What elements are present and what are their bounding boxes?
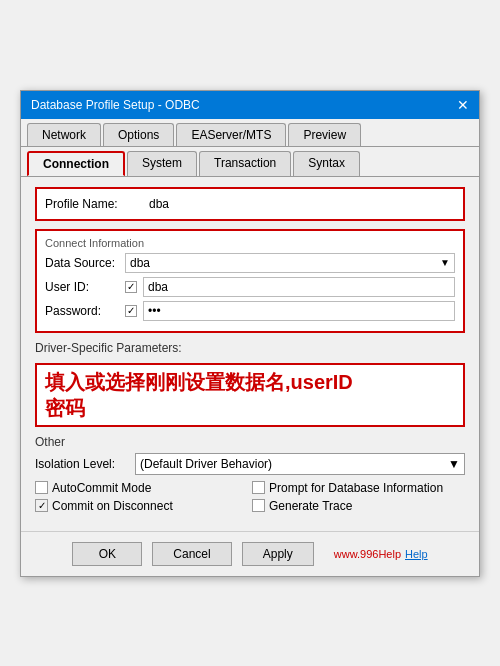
isolation-value: (Default Driver Behavior): [140, 457, 272, 471]
password-label: Password:: [45, 304, 125, 318]
content-area: Profile Name: Connect Information Data S…: [21, 177, 479, 531]
autocommit-label: AutoCommit Mode: [52, 481, 151, 495]
tab-easerver[interactable]: EAServer/MTS: [176, 123, 286, 146]
tab-preview[interactable]: Preview: [288, 123, 361, 146]
isolation-label: Isolation Level:: [35, 457, 135, 471]
connect-info-title: Connect Information: [45, 237, 455, 249]
checkboxes-grid: AutoCommit Mode Prompt for Database Info…: [35, 481, 465, 513]
isolation-arrow-icon: ▼: [448, 457, 460, 471]
tab-network[interactable]: Network: [27, 123, 101, 146]
tab-syntax[interactable]: Syntax: [293, 151, 360, 176]
prompt-db-label: Prompt for Database Information: [269, 481, 443, 495]
data-source-row: Data Source: dba ▼: [45, 253, 455, 273]
tabs-row1: Network Options EAServer/MTS Preview: [21, 119, 479, 147]
prompt-db-item: Prompt for Database Information: [252, 481, 465, 495]
tab-connection[interactable]: Connection: [27, 151, 125, 176]
cancel-button[interactable]: Cancel: [152, 542, 231, 566]
data-source-value: dba: [130, 256, 150, 270]
ok-button[interactable]: OK: [72, 542, 142, 566]
window-title: Database Profile Setup - ODBC: [31, 98, 200, 112]
close-button[interactable]: ✕: [457, 97, 469, 113]
footer-note: www.996Help Help: [334, 542, 428, 566]
footer-note-text: www.996Help: [334, 548, 401, 560]
tabs-row2: Connection System Transaction Syntax: [21, 147, 479, 177]
commit-disconnect-checkbox[interactable]: ✓: [35, 499, 48, 512]
password-checkbox[interactable]: ✓: [125, 305, 137, 317]
commit-disconnect-label: Commit on Disconnect: [52, 499, 173, 513]
password-input[interactable]: [143, 301, 455, 321]
generate-trace-item: Generate Trace: [252, 499, 465, 513]
footer: OK Cancel Apply www.996Help Help: [21, 531, 479, 576]
connect-info-section: Connect Information Data Source: dba ▼ U…: [35, 229, 465, 333]
annotation-box: 填入或选择刚刚设置数据名,userID密码: [35, 363, 465, 427]
user-id-checkbox[interactable]: ✓: [125, 281, 137, 293]
autocommit-checkbox[interactable]: [35, 481, 48, 494]
driver-title: Driver-Specific Parameters:: [35, 341, 465, 355]
tab-transaction[interactable]: Transaction: [199, 151, 291, 176]
annotation-text: 填入或选择刚刚设置数据名,userID密码: [45, 369, 455, 421]
other-title: Other: [35, 435, 465, 449]
data-source-arrow-icon: ▼: [440, 257, 450, 268]
user-id-row: User ID: ✓: [45, 277, 455, 297]
tab-options[interactable]: Options: [103, 123, 174, 146]
tab-system[interactable]: System: [127, 151, 197, 176]
main-window: Database Profile Setup - ODBC ✕ Network …: [20, 90, 480, 577]
data-source-dropdown[interactable]: dba ▼: [125, 253, 455, 273]
other-section: Other Isolation Level: (Default Driver B…: [35, 435, 465, 513]
user-id-input[interactable]: [143, 277, 455, 297]
prompt-db-checkbox[interactable]: [252, 481, 265, 494]
driver-section: Driver-Specific Parameters:: [35, 341, 465, 355]
profile-name-input[interactable]: [145, 193, 455, 215]
commit-disconnect-item: ✓ Commit on Disconnect: [35, 499, 248, 513]
title-bar: Database Profile Setup - ODBC ✕: [21, 91, 479, 119]
isolation-row: Isolation Level: (Default Driver Behavio…: [35, 453, 465, 475]
generate-trace-label: Generate Trace: [269, 499, 352, 513]
apply-button[interactable]: Apply: [242, 542, 314, 566]
isolation-dropdown[interactable]: (Default Driver Behavior) ▼: [135, 453, 465, 475]
autocommit-item: AutoCommit Mode: [35, 481, 248, 495]
generate-trace-checkbox[interactable]: [252, 499, 265, 512]
profile-name-label: Profile Name:: [45, 197, 145, 211]
password-row: Password: ✓: [45, 301, 455, 321]
help-label[interactable]: Help: [405, 548, 428, 560]
user-id-label: User ID:: [45, 280, 125, 294]
profile-name-section: Profile Name:: [35, 187, 465, 221]
data-source-label: Data Source:: [45, 256, 125, 270]
